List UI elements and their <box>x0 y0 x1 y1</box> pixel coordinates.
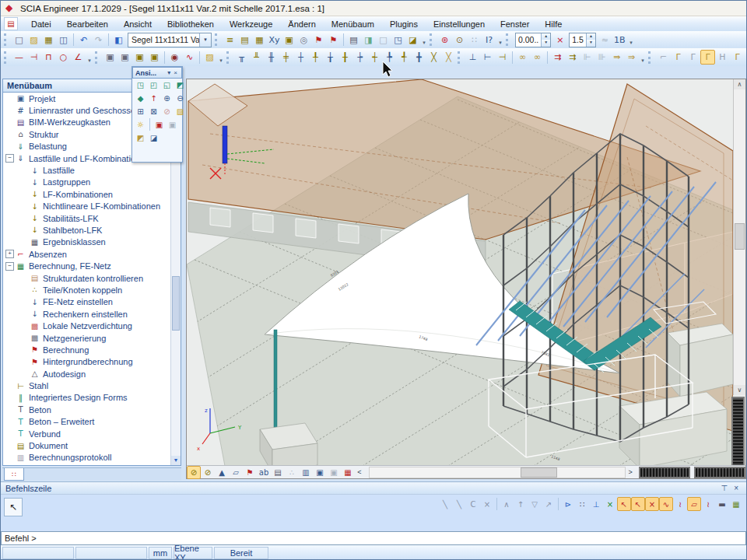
ansicht-header[interactable]: Ansi... ▾ × <box>132 67 182 79</box>
command-panel-header[interactable]: Befehlszeile ⊤ × <box>1 481 746 495</box>
overflow-chevron-icon[interactable]: ▾ <box>627 33 635 46</box>
menu-menübaum[interactable]: Menübaum <box>324 18 381 30</box>
member-tool-8-icon[interactable]: ╂ <box>338 50 352 65</box>
draw-polyline-icon[interactable]: ⊓ <box>41 50 56 65</box>
tree-item-stahlbeton-lfk[interactable]: ↓Stahlbeton-LFK <box>3 224 181 236</box>
snap-vertical-icon[interactable]: ↑ <box>514 497 528 511</box>
overflow-chevron-icon[interactable]: ▾ <box>86 51 93 64</box>
paste-attributes-icon[interactable]: ▣ <box>117 50 132 65</box>
pin-icon[interactable]: ⊤ <box>717 484 731 492</box>
clipping-box-icon[interactable]: ◩ <box>134 131 147 145</box>
surface-display-icon[interactable]: ▱ <box>229 466 243 479</box>
tree-item-berechnung[interactable]: ⚑Berechnung <box>3 344 181 355</box>
tree-item-beton[interactable]: TBeton <box>3 404 181 415</box>
tree-item-verbund[interactable]: TVerbund <box>3 428 181 439</box>
ansicht-dropdown-icon[interactable]: ▾ <box>166 69 172 76</box>
tangent-snap-icon[interactable]: ≀ <box>673 497 687 511</box>
cursor-tracking-icon[interactable]: ⊳ <box>561 497 575 511</box>
midpoint-snap-icon[interactable]: × <box>603 497 617 511</box>
draw-circle-icon[interactable]: ○ <box>56 50 71 65</box>
fem-analysis-icon[interactable]: ⚑ <box>311 33 326 47</box>
tree-item-absenzen[interactable]: +⌐Absenzen <box>3 248 181 260</box>
database-icon[interactable]: ▤ <box>237 33 252 47</box>
horizontal-scrollbar[interactable] <box>369 467 626 478</box>
zoom-out-icon[interactable]: ⊖ <box>174 92 187 105</box>
view-axonometric-icon[interactable]: ◩ <box>174 79 187 92</box>
new-project-icon[interactable]: □ <box>12 33 26 47</box>
member-tool-7-icon[interactable]: ╁ <box>323 50 338 65</box>
ruler-icon[interactable]: ▬ <box>715 497 729 511</box>
render-wireframe-icon[interactable]: ⊘ <box>187 466 201 479</box>
support-tool-5-icon[interactable]: Η <box>715 50 730 65</box>
member-tool-12-icon[interactable]: ╃ <box>397 50 412 65</box>
overflow-chevron-icon[interactable]: ▾ <box>420 33 428 46</box>
support-tool-6-icon[interactable]: Γ <box>730 50 745 65</box>
member-tool-13-icon[interactable]: ╋ <box>412 50 426 65</box>
tree-item-lastfälle[interactable]: ↓Lastfälle <box>3 164 181 176</box>
light-icon[interactable]: ☼ <box>134 118 147 131</box>
snap-calculator-icon[interactable]: ▦ <box>729 497 743 511</box>
close-icon[interactable]: × <box>731 484 742 492</box>
tree-item-rechenkern-einstellen[interactable]: ↓Rechenkern einstellen <box>3 308 181 320</box>
node-snap-toggle-icon[interactable]: × <box>552 33 567 47</box>
tree-item-lastgruppen[interactable]: ↓Lastgruppen <box>3 177 181 188</box>
support-tool-7-icon[interactable]: Γ <box>745 50 746 65</box>
snap-delete-icon[interactable]: × <box>480 497 494 511</box>
copy-attributes-icon[interactable]: ▣ <box>103 50 117 65</box>
member-tool-14-icon[interactable]: ╳ <box>426 50 441 65</box>
save-icon[interactable]: ◫ <box>56 33 71 47</box>
command-input[interactable]: Befehl > <box>1 531 746 545</box>
mesh-display-icon[interactable]: ▦ <box>341 466 355 479</box>
member-tool-4-icon[interactable]: ╪ <box>279 50 293 65</box>
menu-plugins[interactable]: Plugins <box>383 18 425 30</box>
clipboard-icon[interactable]: ▣ <box>282 33 296 47</box>
snap-peak-icon[interactable]: ∧ <box>500 497 514 511</box>
collapse-icon[interactable]: − <box>5 154 14 163</box>
view-x-icon[interactable]: ◳ <box>134 79 147 92</box>
tree-item-strukturdaten-kontrollieren[interactable]: ▤Strukturdaten kontrollieren <box>3 272 181 284</box>
support-tool-2-icon[interactable]: Γ <box>671 50 686 65</box>
support-tool-3-icon[interactable]: Γ <box>686 50 700 65</box>
zoom-window-icon[interactable]: ⊞ <box>134 105 147 118</box>
member-tool-2-icon[interactable]: ╨ <box>249 50 264 65</box>
scroll-right-icon[interactable]: > <box>626 468 635 476</box>
snap-triangle-icon[interactable]: ▽ <box>528 497 542 511</box>
labels-abc-icon[interactable]: ab <box>257 466 271 479</box>
layer-book-icon[interactable]: ▥ <box>299 466 313 479</box>
render-solid-icon[interactable]: ⊘ <box>201 466 215 479</box>
xy-parameters-icon[interactable]: Xy <box>267 33 282 47</box>
tree-item-beton-erweitert[interactable]: TBeton – Erweitert <box>3 416 181 428</box>
ansicht-close-icon[interactable]: × <box>172 69 179 76</box>
menu-ändern[interactable]: Ändern <box>281 18 322 30</box>
release-members-icon[interactable]: ⊢ <box>480 50 495 65</box>
multicopy-icon[interactable]: ⇛ <box>609 50 624 65</box>
menu-einstellungen[interactable]: Einstellungen <box>426 18 492 30</box>
move-members-icon[interactable]: ⇉ <box>550 50 565 65</box>
member-tool-5-icon[interactable]: ┼ <box>293 50 308 65</box>
tree-item-ergebnisklassen[interactable]: ▦Ergebnisklassen <box>3 236 181 248</box>
numbering-scale-icon[interactable]: 1B <box>612 33 627 47</box>
rotate-wheel-vertical[interactable] <box>731 397 745 468</box>
member-info-icon[interactable]: I? <box>482 33 496 47</box>
node-snap-icon[interactable]: ↖ <box>631 497 645 511</box>
menu-bearbeiten[interactable]: Bearbeiten <box>60 18 115 30</box>
scroll-down-icon[interactable]: ∨ <box>734 385 745 395</box>
h-scroll-thumb[interactable] <box>521 467 557 478</box>
zoom-selection-icon[interactable]: ⊘ <box>160 105 174 118</box>
tree-item-fe-netz-einstellen[interactable]: ↓FE-Netz einstellen <box>3 296 181 308</box>
snap-line-icon[interactable]: ╲ <box>438 497 452 511</box>
save-all-icon[interactable]: ▦ <box>41 33 56 47</box>
visibility-eye-icon[interactable]: ◉ <box>167 50 182 65</box>
curve-snap-icon[interactable]: ≀ <box>701 497 715 511</box>
tree-item-integriertes-design-forms[interactable]: ‖Integriertes Design Forms <box>3 392 181 404</box>
dot-grid-snap-icon[interactable]: ∷ <box>575 497 589 511</box>
draw-dimension-icon[interactable]: ⊣ <box>26 50 41 65</box>
connect-members-icon[interactable]: ⊥ <box>465 50 480 65</box>
stretch-icon[interactable]: ⇒ <box>624 50 639 65</box>
tree-item-nichtlineare-lf-kombinationen[interactable]: ↓Nichtlineare LF-Kombinationen <box>3 201 181 212</box>
undo-icon[interactable]: ↶ <box>76 33 91 47</box>
endpoint-snap-icon[interactable]: ↖ <box>617 497 631 511</box>
snap-line-point-icon[interactable]: ╲ <box>452 497 466 511</box>
mesh-ball-icon[interactable]: ◎ <box>296 33 311 47</box>
print-preview-icon[interactable]: ◨ <box>361 33 376 47</box>
